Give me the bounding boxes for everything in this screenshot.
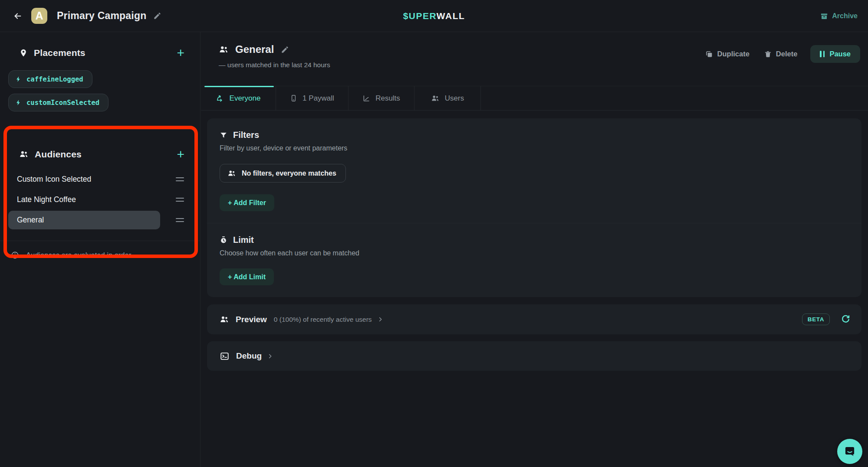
- refresh-icon[interactable]: [841, 315, 850, 324]
- phone-icon: [290, 94, 297, 102]
- top-bar: A Primary Campaign $UPERWALL Archive: [0, 0, 868, 32]
- edit-audience-icon[interactable]: [281, 46, 289, 54]
- chat-launcher-button[interactable]: [837, 439, 862, 464]
- debug-bar[interactable]: Debug: [207, 341, 861, 371]
- audience-header: General — users matched in the last 24 h…: [201, 32, 868, 86]
- filters-subtitle: Filter by user, device or event paramete…: [220, 144, 849, 152]
- tab-bar: Everyone 1 Paywall Results Users: [201, 86, 868, 111]
- copy-icon: [705, 50, 713, 58]
- trash-icon: [764, 50, 772, 58]
- drag-handle-icon[interactable]: [176, 218, 184, 222]
- rules-card: Filters Filter by user, device or event …: [207, 118, 861, 297]
- arrow-left-icon: [13, 11, 23, 21]
- users-icon: [219, 45, 229, 54]
- audiences-title: Audiences: [35, 149, 82, 160]
- add-placement-button[interactable]: +: [177, 47, 184, 59]
- users-icon: [220, 315, 229, 324]
- add-limit-button[interactable]: + Add Limit: [220, 268, 274, 285]
- campaign-title: Primary Campaign: [57, 10, 146, 22]
- edit-campaign-icon[interactable]: [153, 12, 161, 20]
- limit-section: Limit Choose how often each user can be …: [207, 223, 861, 297]
- archive-label: Archive: [832, 12, 858, 20]
- filters-title: Filters: [233, 130, 259, 140]
- add-filter-button[interactable]: + Add Filter: [220, 194, 274, 211]
- debug-title: Debug: [236, 351, 262, 361]
- audiences-section: Audiences + Custom Icon Selected Late Ni…: [0, 117, 200, 269]
- pause-icon: [820, 51, 825, 57]
- tab-everyone[interactable]: Everyone: [201, 86, 276, 110]
- archive-button[interactable]: Archive: [820, 12, 858, 20]
- drag-handle-icon[interactable]: [176, 198, 184, 202]
- superwall-logo: $UPERWALL: [403, 11, 465, 21]
- add-audience-button[interactable]: +: [177, 148, 184, 160]
- tab-results[interactable]: Results: [349, 86, 414, 110]
- preview-bar[interactable]: Preview 0 (100%) of recently active user…: [207, 304, 861, 334]
- chat-icon: [843, 445, 856, 458]
- no-filters-chip[interactable]: No filters, everyone matches: [220, 164, 346, 183]
- chevron-right-icon: [377, 316, 384, 323]
- back-button[interactable]: [10, 9, 25, 23]
- chart-icon: [362, 95, 370, 102]
- beta-badge: BETA: [802, 314, 830, 325]
- lightning-icon: [15, 99, 22, 106]
- duplicate-button[interactable]: Duplicate: [701, 46, 754, 62]
- placement-chip[interactable]: customIconSelected: [8, 94, 108, 111]
- filters-section: Filters Filter by user, device or event …: [207, 118, 861, 223]
- placements-title: Placements: [34, 48, 85, 58]
- drag-handle-icon[interactable]: [176, 177, 184, 182]
- audience-list: Custom Icon Selected Late Night Coffee G…: [0, 169, 200, 230]
- tab-content: Filters Filter by user, device or event …: [201, 111, 868, 467]
- tab-paywall[interactable]: 1 Paywall: [276, 86, 349, 110]
- preview-title: Preview: [236, 315, 267, 324]
- tab-users[interactable]: Users: [414, 86, 481, 110]
- chevron-right-icon: [267, 353, 273, 359]
- pause-button[interactable]: Pause: [810, 45, 860, 63]
- archive-box-icon: [820, 12, 828, 20]
- audience-item[interactable]: Late Night Coffee: [0, 189, 200, 210]
- stopwatch-icon: [220, 236, 227, 244]
- main-panel: General — users matched in the last 24 h…: [201, 32, 868, 467]
- audience-item[interactable]: Custom Icon Selected: [0, 169, 200, 189]
- audience-item-selected[interactable]: General: [0, 210, 200, 230]
- limit-title: Limit: [233, 235, 254, 245]
- audiences-note: Audiences are evaluated in order: [0, 241, 200, 269]
- terminal-icon: [220, 352, 230, 361]
- route-arrows-icon: [216, 94, 224, 102]
- delete-button[interactable]: Delete: [760, 46, 802, 62]
- info-icon: [11, 251, 19, 259]
- users-icon: [19, 150, 29, 159]
- placement-chip[interactable]: caffeineLogged: [8, 70, 92, 88]
- users-icon: [227, 170, 236, 177]
- audience-subtitle: — users matched in the last 24 hours: [219, 61, 330, 69]
- users-icon: [431, 95, 440, 102]
- app-avatar: A: [31, 8, 47, 24]
- preview-summary: 0 (100%) of recently active users: [274, 316, 372, 323]
- lightning-icon: [15, 76, 22, 82]
- sidebar: Placements + caffeineLogged customIconSe…: [0, 32, 201, 467]
- limit-subtitle: Choose how often each user can be matche…: [220, 249, 849, 257]
- filter-funnel-icon: [220, 131, 227, 139]
- placements-section: Placements + caffeineLogged customIconSe…: [0, 32, 200, 117]
- audience-title: General: [235, 43, 274, 56]
- location-pin-icon: [19, 49, 28, 57]
